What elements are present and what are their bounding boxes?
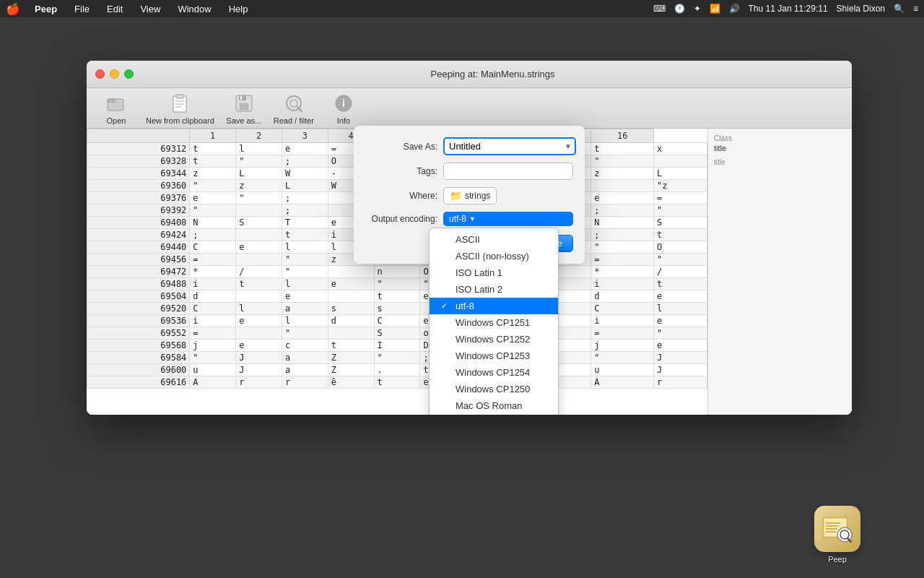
username: Shiela Dixon [837,4,885,14]
windows-cp1254-label: Windows CP1254 [456,367,530,378]
encoding-option-windows-cp1250[interactable]: Windows CP1250 [430,381,558,397]
windows-cp1252-label: Windows CP1252 [456,334,530,345]
clock-icon: 🕐 [674,4,685,14]
menu-window[interactable]: Window [175,4,214,14]
menu-view[interactable]: View [137,4,163,14]
encoding-selected-value: utf-8 [449,214,466,224]
encoding-dropdown-triangle: ▼ [469,215,476,223]
tags-label: Tags: [365,166,437,176]
apple-menu[interactable]: 🍎 [6,2,20,16]
encoding-selected[interactable]: utf-8 ▼ [443,212,573,226]
menu-help[interactable]: Help [226,4,251,14]
windows-cp1253-label: Windows CP1253 [456,350,530,361]
where-wrapper: 📁 strings [443,187,573,204]
output-encoding-label: Output encoding: [365,214,437,224]
dialog-overlay: Save As: ▼ Tags: Where: 📁 [87,61,852,415]
encoding-option-utf8[interactable]: ✓ utf-8 [430,298,558,314]
volume-icon: 🔊 [729,4,740,14]
menu-edit[interactable]: Edit [104,4,126,14]
encoding-dropdown-container: utf-8 ▼ ASCII ASCII (non-lossy) [443,212,573,226]
encoding-option-ascii[interactable]: ASCII [430,231,558,248]
encoding-option-iso-latin-2[interactable]: ISO Latin 2 [430,281,558,298]
ascii-non-lossy-label: ASCII (non-lossy) [456,251,529,262]
app-menu-peep[interactable]: Peep [32,4,60,14]
bluetooth-icon: ✦ [694,4,701,14]
peep-dock-icon [814,506,860,552]
mac-os-roman-label: Mac OS Roman [456,400,522,411]
save-dialog: Save As: ▼ Tags: Where: 📁 [354,126,585,264]
ascii-label: ASCII [456,234,480,245]
filename-input[interactable] [443,137,576,155]
list-icon[interactable]: ≡ [913,4,918,14]
output-encoding-row: Output encoding: utf-8 ▼ ASCII [365,212,573,226]
utf8-check: ✓ [441,301,451,311]
encoding-option-windows-cp1253[interactable]: Windows CP1253 [430,348,558,364]
wifi-icon: 📶 [710,4,720,14]
folder-icon: 📁 [450,190,462,202]
app-window: Peeping at: MainMenu.strings Open New fr… [87,61,852,415]
save-as-row: Save As: ▼ [365,137,573,155]
encoding-option-ascii-non-lossy[interactable]: ASCII (non-lossy) [430,248,558,264]
filename-input-wrapper: ▼ [443,137,576,155]
utf8-label: utf-8 [456,301,474,311]
peep-dock-label: Peep [828,555,847,564]
tags-row: Tags: [365,163,573,180]
iso-latin-1-label: ISO Latin 1 [456,267,502,278]
desktop: Peeping at: MainMenu.strings Open New fr… [0,17,924,578]
tags-input[interactable] [443,163,573,180]
encoding-option-windows-cp1252[interactable]: Windows CP1252 [430,331,558,348]
save-as-label: Save As: [365,142,437,152]
encoding-option-mac-os-roman[interactable]: Mac OS Roman [430,397,558,414]
encoding-option-japanese-euc[interactable]: Japanese EUC [430,414,558,415]
iso-latin-2-label: ISO Latin 2 [456,284,502,295]
encoding-dropdown-list: ASCII ASCII (non-lossy) ISO Latin 1 [429,228,559,415]
where-row: Where: 📁 strings [365,187,573,204]
windows-cp1251-label: Windows CP1251 [456,317,530,328]
menu-file[interactable]: File [71,4,92,14]
menubar-right: ⌨ 🕐 ✦ 📶 🔊 Thu 11 Jan 11:29:11 Shiela Dix… [653,4,918,14]
where-label: Where: [365,191,437,201]
datetime: Thu 11 Jan 11:29:11 [749,4,828,14]
dock-peep[interactable]: Peep [808,506,866,564]
search-icon[interactable]: 🔍 [894,4,905,14]
encoding-option-windows-cp1251[interactable]: Windows CP1251 [430,314,558,331]
windows-cp1250-label: Windows CP1250 [456,384,530,394]
fingerprint-icon: ⌨ [653,4,666,14]
menubar: 🍎 Peep File Edit View Window Help ⌨ 🕐 ✦ … [0,0,924,17]
encoding-option-windows-cp1254[interactable]: Windows CP1254 [430,364,558,381]
where-value: strings [465,191,490,201]
encoding-option-iso-latin-1[interactable]: ISO Latin 1 [430,264,558,281]
where-folder-button[interactable]: 📁 strings [443,187,497,204]
